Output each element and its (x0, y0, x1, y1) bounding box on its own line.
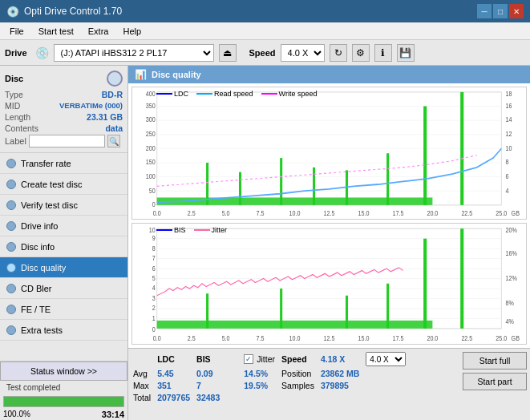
svg-text:17.5: 17.5 (392, 209, 403, 217)
svg-text:4%: 4% (505, 317, 513, 325)
type-value: BD-R (102, 90, 123, 99)
refresh-button[interactable]: ↻ (330, 44, 347, 62)
nav-label-disc-info: Disc info (21, 242, 55, 252)
sidebar-item-disc-quality[interactable]: Disc quality (0, 257, 127, 278)
svg-rect-89 (423, 239, 427, 329)
mid-label: MID (5, 101, 20, 111)
progress-bar-container (3, 396, 124, 407)
start-full-button[interactable]: Start full (463, 352, 527, 370)
nav-icon-transfer-rate (6, 159, 16, 168)
legend-bis: BIS (174, 226, 186, 234)
sidebar-item-cd-bler[interactable]: CD Bler (0, 278, 127, 299)
nav-icon-verify-test-disc (6, 200, 16, 210)
nav-icon-fe-te (6, 305, 16, 314)
maximize-button[interactable]: □ (493, 4, 508, 18)
info-button[interactable]: ℹ (374, 44, 392, 62)
max-label: Max (133, 381, 156, 391)
svg-text:12.5: 12.5 (324, 335, 335, 343)
close-button[interactable]: ✕ (509, 4, 524, 18)
svg-text:20.0: 20.0 (427, 335, 438, 343)
svg-text:4: 4 (152, 285, 156, 293)
sidebar-item-fe-te[interactable]: FE / TE (0, 299, 127, 320)
menu-start-test[interactable]: Start test (32, 25, 80, 38)
minimize-button[interactable]: ─ (477, 4, 492, 18)
start-part-button[interactable]: Start part (463, 373, 527, 390)
total-ldc: 2079765 (157, 393, 195, 403)
progress-percent: 100.0% (3, 410, 30, 419)
eject-button[interactable]: ⏏ (219, 44, 237, 62)
settings-button[interactable]: ⚙ (352, 44, 370, 62)
svg-text:2: 2 (152, 305, 156, 313)
nav-label-cd-bler: CD Bler (21, 284, 52, 293)
save-button[interactable]: 💾 (397, 44, 415, 62)
svg-text:4: 4 (505, 187, 509, 195)
svg-text:400: 400 (146, 90, 156, 98)
speed-select[interactable]: 4.0 X (281, 44, 325, 62)
svg-text:0: 0 (152, 325, 156, 333)
svg-text:250: 250 (146, 131, 156, 139)
svg-text:10: 10 (505, 144, 512, 152)
svg-rect-44 (423, 106, 427, 204)
action-buttons: Start full Start part (463, 352, 527, 390)
svg-text:2.5: 2.5 (188, 209, 196, 217)
menu-bar: File Start test Extra Help (0, 22, 530, 40)
svg-text:10.0: 10.0 (289, 209, 301, 217)
svg-rect-90 (460, 229, 463, 329)
legend-jitter: Jitter (212, 226, 228, 234)
nav-icon-drive-info (6, 221, 16, 231)
svg-text:7: 7 (152, 255, 156, 263)
type-label: Type (5, 90, 23, 99)
svg-text:GB: GB (512, 209, 520, 217)
drive-label: Drive (5, 48, 27, 58)
drive-select[interactable]: (J:) ATAPI iHBS312 2 PL17 (54, 44, 214, 62)
avg-bis: 0.09 (196, 369, 225, 379)
sidebar-item-transfer-rate[interactable]: Transfer rate (0, 153, 127, 174)
svg-text:0: 0 (152, 201, 156, 209)
nav-label-drive-info: Drive info (21, 221, 58, 231)
sidebar-item-create-test-disc[interactable]: Create test disc (0, 174, 127, 195)
contents-value: data (105, 123, 123, 133)
quality-icon: 📊 (135, 69, 147, 80)
status-window-button[interactable]: Status window >> (0, 361, 127, 381)
svg-rect-43 (386, 153, 389, 205)
sidebar-item-disc-info[interactable]: Disc info (0, 236, 127, 257)
svg-text:8%: 8% (505, 300, 513, 308)
svg-text:150: 150 (146, 159, 156, 167)
svg-text:25.0: 25.0 (496, 335, 507, 343)
progress-bar-fill (4, 397, 123, 406)
menu-extra[interactable]: Extra (82, 25, 115, 38)
disc-panel-title: Disc (5, 74, 23, 83)
svg-text:10: 10 (149, 227, 156, 235)
status-section: Status window >> Test completed 100.0% 3… (0, 361, 127, 420)
svg-text:6: 6 (505, 172, 508, 180)
nav-label-create-test-disc: Create test disc (21, 180, 82, 189)
svg-text:20%: 20% (505, 227, 516, 235)
svg-text:350: 350 (146, 102, 156, 110)
menu-file[interactable]: File (3, 25, 30, 38)
stats-table: LDC BIS ✓ Jitter Speed 4.18 X (131, 350, 412, 405)
svg-rect-39 (239, 172, 241, 205)
disc-panel: Disc Type BD-R MID VERBATIMe (000) Lengt… (0, 66, 127, 153)
sidebar-item-drive-info[interactable]: Drive info (0, 216, 127, 236)
svg-text:2.5: 2.5 (188, 335, 196, 343)
chart1-legend: LDC Read speed Write speed (156, 90, 317, 98)
nav-icon-cd-bler (6, 284, 16, 293)
svg-text:200: 200 (146, 144, 156, 152)
svg-text:0.0: 0.0 (153, 209, 161, 217)
avg-label: Avg (133, 369, 156, 379)
sidebar-item-verify-test-disc[interactable]: Verify test disc (0, 195, 127, 216)
svg-rect-85 (206, 294, 208, 329)
label-input[interactable] (29, 135, 105, 147)
speed-dropdown[interactable]: 4.0 X (366, 352, 406, 366)
max-bis: 7 (196, 381, 225, 391)
app-title: Opti Drive Control 1.70 (24, 6, 122, 17)
label-btn[interactable]: 🔍 (107, 135, 120, 147)
svg-text:25.0: 25.0 (496, 209, 507, 217)
menu-help[interactable]: Help (116, 25, 148, 38)
sidebar: Disc Type BD-R MID VERBATIMe (000) Lengt… (0, 66, 128, 420)
svg-text:12.5: 12.5 (324, 209, 335, 217)
jitter-checkbox[interactable]: ✓ (244, 354, 253, 364)
svg-rect-88 (386, 284, 389, 329)
svg-rect-45 (460, 92, 463, 205)
sidebar-item-extra-tests[interactable]: Extra tests (0, 320, 127, 341)
